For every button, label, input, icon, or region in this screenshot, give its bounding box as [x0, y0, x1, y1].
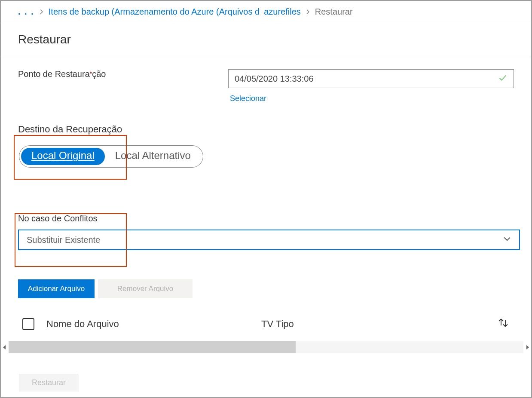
horizontal-scrollbar[interactable] [9, 341, 523, 353]
restore-button: Restaurar [19, 374, 79, 392]
required-star-icon: * [90, 70, 92, 77]
recovery-dest-alternative[interactable]: Local Alternativo [105, 148, 201, 165]
scroll-left-icon[interactable] [1, 341, 9, 353]
breadcrumb-current: Restaurar [315, 7, 353, 17]
restore-point-input[interactable]: 04/05/2020 13:33:06 [228, 69, 514, 88]
breadcrumb-link-backups[interactable]: Itens de backup (Armazenamento do Azure … [49, 7, 260, 17]
select-all-checkbox[interactable] [22, 318, 34, 330]
conflict-selected-value: Substituir Existente [27, 235, 100, 245]
recovery-dest-original[interactable]: Local Original [21, 148, 105, 165]
restore-point-value: 04/05/2020 13:33:06 [235, 74, 314, 84]
scroll-right-icon[interactable] [523, 341, 531, 353]
svg-marker-1 [526, 345, 529, 349]
remove-file-button: Remover Arquivo [98, 279, 193, 298]
checkmark-icon [498, 73, 508, 85]
column-file-name[interactable]: Nome do Arquivo [46, 318, 261, 330]
recovery-destination-toggle: Local Original Local Alternativo [19, 145, 203, 168]
chevron-right-icon [305, 9, 311, 15]
page-title: Restaurar [1, 23, 531, 57]
recovery-destination-title: Destino da Recuperação [18, 124, 514, 135]
chevron-right-icon [39, 9, 44, 15]
file-list-header: Nome do Arquivo TV Tipo [18, 314, 514, 334]
breadcrumb-link-azurefiles[interactable]: azurefiles [264, 7, 301, 17]
restore-point-label: Ponto de Restaura*ção [18, 69, 228, 79]
select-restore-point-link[interactable]: Selecionar [230, 94, 266, 103]
conflict-label: No caso de Conflitos [18, 214, 514, 223]
add-file-button[interactable]: Adicionar Arquivo [18, 279, 95, 298]
svg-marker-0 [3, 345, 6, 349]
breadcrumb: . . . Itens de backup (Armazenamento do … [1, 1, 531, 23]
column-type[interactable]: TV Tipo [261, 318, 497, 330]
sort-icon[interactable] [497, 316, 510, 332]
breadcrumb-ellipsis[interactable]: . . . [18, 7, 34, 17]
chevron-down-icon [503, 235, 511, 245]
conflict-dropdown[interactable]: Substituir Existente [18, 230, 520, 250]
